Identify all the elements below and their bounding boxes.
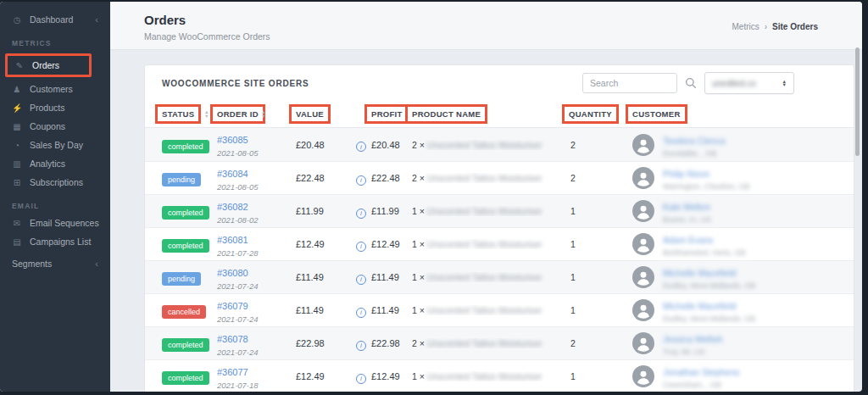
- table-row: completed #36082 2021-08-02 £11.99 i £11…: [145, 194, 854, 227]
- quantity-prefix: 1 ×: [412, 239, 425, 249]
- avatar: [632, 233, 654, 255]
- customer-link[interactable]: Adam Evans: [663, 235, 714, 245]
- sidebar-item-sales-by-day[interactable]: ◔ Sales By Day: [0, 136, 110, 154]
- order-quantity: 1: [569, 371, 632, 381]
- sidebar-item-campaigns-list[interactable]: ▤ Campaigns List: [0, 232, 110, 251]
- sidebar-item-label: Analytics: [30, 159, 65, 169]
- sidebar-item-customers[interactable]: ♟ Customers: [0, 80, 110, 98]
- sidebar-item-dashboard[interactable]: ◷ Dashboard ‹: [0, 10, 110, 29]
- order-id-link[interactable]: #36077: [217, 367, 248, 377]
- order-id-link[interactable]: #36081: [217, 235, 248, 245]
- customer-location: Dunstable, , GB: [663, 149, 726, 158]
- column-header-profit[interactable]: PROFIT: [364, 104, 409, 124]
- table-body: completed #36085 2021-08-05 £20.48 i £20…: [145, 128, 854, 392]
- info-icon[interactable]: i: [356, 308, 366, 318]
- customer-location: Dudley, West Midlands, GB: [663, 314, 755, 323]
- sidebar-item-orders[interactable]: ✎ Orders: [8, 56, 89, 75]
- card-header: WOOCOMMERCE SITE ORDERS unedited.co: [145, 65, 854, 101]
- sidebar-item-subscriptions[interactable]: ⊞ Subscriptions: [0, 173, 110, 192]
- info-icon[interactable]: i: [356, 275, 366, 285]
- pen-icon: ✎: [14, 61, 25, 70]
- sidebar-item-label: Coupons: [30, 121, 65, 131]
- search-icon[interactable]: [685, 77, 697, 89]
- order-value: £22.98: [296, 338, 356, 348]
- info-icon[interactable]: i: [356, 142, 366, 152]
- order-value: £11.49: [296, 305, 356, 315]
- status-badge: completed: [162, 338, 209, 352]
- column-header-product-name[interactable]: PRODUCT NAME: [405, 104, 487, 124]
- info-icon[interactable]: i: [356, 209, 366, 219]
- order-id-link[interactable]: #36085: [217, 135, 248, 145]
- order-value: £11.49: [296, 272, 356, 282]
- sidebar-item-coupons[interactable]: ▦ Coupons: [0, 117, 110, 136]
- sidebar-item-email-sequences[interactable]: ✉ Email Sequences: [0, 214, 110, 232]
- order-quantity: 2: [569, 140, 632, 150]
- info-icon[interactable]: i: [356, 341, 366, 351]
- order-date: 2021-07-24: [217, 281, 259, 291]
- quantity-prefix: 2 ×: [412, 338, 425, 348]
- sidebar-item-analytics[interactable]: ▥ Analytics: [0, 154, 110, 173]
- order-value: £11.99: [296, 206, 356, 216]
- page-subtitle: Manage WooCommerce Orders: [144, 31, 862, 42]
- customer-link[interactable]: Michelle Macefield: [663, 268, 736, 278]
- order-profit: £11.99: [371, 206, 412, 216]
- breadcrumb-parent[interactable]: Metrics: [732, 22, 760, 31]
- order-id-link[interactable]: #36079: [217, 301, 248, 311]
- customer-link[interactable]: Kate Melton: [663, 202, 710, 212]
- status-badge: completed: [162, 371, 209, 385]
- chevron-left-icon[interactable]: ‹: [95, 14, 98, 25]
- column-header-customer[interactable]: CUSTOMER: [626, 104, 687, 124]
- status-badge: completed: [162, 140, 209, 153]
- status-badge: completed: [162, 206, 209, 220]
- vertical-scrollbar[interactable]: [855, 47, 860, 156]
- avatar: [632, 200, 654, 222]
- table-header-row: STATUS ▲▼ ORDER ID ▲▼ VALUE PROFIT PRODU…: [145, 101, 854, 128]
- status-badge: cancelled: [162, 305, 206, 319]
- customer-link[interactable]: Jonathan Stephens: [663, 367, 740, 377]
- product-name: Unscented Tattoo Moisturiser: [427, 206, 542, 216]
- sidebar-item-label: Segments: [12, 259, 52, 269]
- info-icon[interactable]: i: [356, 175, 366, 186]
- info-icon[interactable]: i: [356, 242, 366, 252]
- search-input[interactable]: [582, 73, 677, 93]
- customer-link[interactable]: Philip Nixon: [663, 169, 709, 179]
- column-header-order-id[interactable]: ORDER ID: [210, 104, 265, 124]
- quantity-prefix: 1 ×: [412, 272, 425, 282]
- order-date: 2021-07-24: [217, 314, 259, 324]
- order-id-link[interactable]: #36084: [217, 169, 248, 179]
- order-id-link[interactable]: #36080: [217, 268, 248, 278]
- sidebar-item-segments[interactable]: Segments ‹: [0, 254, 110, 273]
- order-profit: £11.49: [371, 305, 412, 315]
- column-header-status[interactable]: STATUS: [155, 104, 201, 124]
- sidebar-item-products[interactable]: ⚡ Products: [0, 98, 110, 117]
- order-quantity: 1: [569, 272, 632, 282]
- customer-link[interactable]: Teodora Clenca: [663, 136, 726, 146]
- order-id-link[interactable]: #36082: [217, 202, 248, 212]
- order-profit: £20.48: [371, 140, 412, 150]
- order-profit: £12.49: [371, 239, 412, 249]
- users-icon: ♟: [12, 85, 22, 94]
- main-area: Orders Manage WooCommerce Orders Metrics…: [110, 2, 862, 392]
- customer-link[interactable]: Jessica Mellish: [663, 334, 723, 344]
- chevron-left-icon[interactable]: ‹: [95, 259, 98, 269]
- site-filter-select[interactable]: unedited.co ▲▼: [704, 72, 794, 94]
- orders-card: WOOCOMMERCE SITE ORDERS unedited.co: [144, 64, 854, 392]
- order-id-link[interactable]: #36078: [217, 334, 248, 344]
- column-header-quantity[interactable]: QUANTITY: [562, 104, 619, 124]
- quantity-prefix: 2 ×: [412, 140, 425, 150]
- page-content: WOOCOMMERCE SITE ORDERS unedited.co: [110, 50, 862, 392]
- app-window: ◷ Dashboard ‹ METRICS ✎ Orders ♟ Custome…: [0, 2, 862, 392]
- order-quantity: 1: [569, 239, 632, 249]
- customer-location: Troy, MI, US: [663, 348, 723, 356]
- order-value: £12.49: [296, 371, 356, 381]
- sidebar-item-label: Products: [30, 103, 64, 113]
- order-date: 2021-07-24: [217, 348, 259, 357]
- column-header-value[interactable]: VALUE: [289, 104, 331, 124]
- plus-square-icon: ⊞: [12, 178, 22, 187]
- customer-link[interactable]: Michelle Macefield: [663, 301, 736, 311]
- status-badge: pending: [162, 272, 201, 286]
- sidebar: ◷ Dashboard ‹ METRICS ✎ Orders ♟ Custome…: [0, 2, 110, 392]
- order-profit: £22.48: [371, 173, 412, 183]
- order-value: £12.49: [296, 239, 356, 249]
- info-icon[interactable]: i: [356, 374, 366, 384]
